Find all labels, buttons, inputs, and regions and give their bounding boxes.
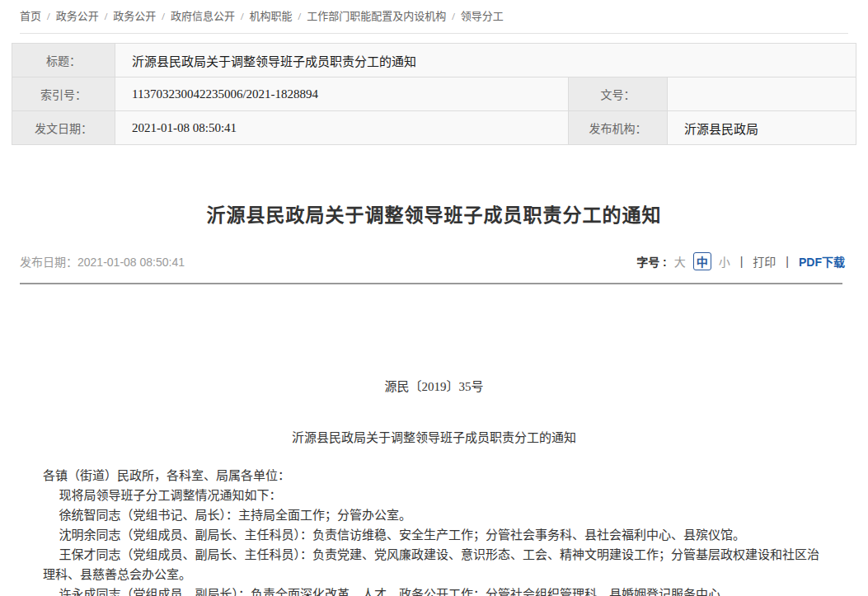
paragraph-xu-yongcheng: 许永成同志（党组成员、副局长）：负责全面深化改革、人才、政务公开工作；分管社会组… (43, 584, 825, 596)
breadcrumb-item-dept-config[interactable]: 工作部门职能配置及内设机构 (307, 10, 446, 22)
page-title: 沂源县民政局关于调整领导班子成员职责分工的通知 (20, 199, 848, 228)
table-row-date: 发文日期： 2021-01-08 08:50:41 发布机构： 沂源县民政局 (12, 111, 856, 145)
breadcrumb-item-org-functions[interactable]: 机构职能 (250, 10, 293, 22)
breadcrumb-separator: / (162, 10, 165, 22)
breadcrumb-item-home[interactable]: 首页 (20, 10, 41, 22)
title-label: 标题： (12, 44, 115, 77)
issue-date-label: 发文日期： (12, 111, 115, 145)
publish-date: 发布日期：2021-01-08 08:50:41 (20, 253, 185, 270)
paragraph-salutation: 各镇（街道）民政所，各科室、局属各单位： (43, 466, 825, 486)
breadcrumb-divider (20, 33, 848, 34)
title-value: 沂源县民政局关于调整领导班子成员职责分工的通知 (115, 44, 856, 77)
index-number-label: 索引号： (12, 77, 115, 111)
toolbar-divider: | (786, 255, 789, 268)
index-number-value: 113703230042235006/2021-1828894 (115, 77, 569, 111)
font-size-large-button[interactable]: 大 (674, 253, 686, 270)
breadcrumb-separator: / (241, 10, 244, 22)
article-paragraphs: 各镇（街道）民政所，各科室、局属各单位： 现将局领导班子分工调整情况通知如下： … (43, 466, 825, 596)
breadcrumb-separator: / (105, 10, 108, 22)
paragraph-xu-tongzhi: 徐统智同志（党组书记、局长）：主持局全面工作；分管办公室。 (43, 505, 825, 525)
publisher-value: 沂源县民政局 (668, 111, 856, 145)
table-row-index: 索引号： 113703230042235006/2021-1828894 文号： (12, 77, 856, 111)
meta-row: 发布日期：2021-01-08 08:50:41 字号 : 大 中 小 | 打印… (20, 252, 845, 270)
print-button[interactable]: 打印 (753, 253, 776, 270)
doc-number-label: 文号： (569, 77, 668, 111)
font-size-label: 字号 : (636, 253, 667, 270)
toolbar: 字号 : 大 中 小 | 打印 | PDF下载 (636, 252, 845, 270)
content-divider (20, 283, 842, 284)
doc-number-value (668, 77, 856, 111)
pdf-download-button[interactable]: PDF下载 (799, 253, 845, 270)
article-body: 源民〔2019〕35号 沂源县民政局关于调整领导班子成员职责分工的通知 各镇（街… (0, 377, 868, 596)
breadcrumb-separator: / (452, 10, 455, 22)
publish-date-label: 发布日期： (20, 256, 77, 269)
paragraph-wang-baocai: 王保才同志（党组成员、副局长、主任科员）：负责党建、党风廉政建设、意识形态、工会… (43, 545, 825, 584)
toolbar-divider: | (740, 255, 744, 268)
breadcrumb-separator: / (47, 10, 50, 22)
breadcrumb-item-leadership[interactable]: 领导分工 (461, 10, 504, 22)
article-title: 沂源县民政局关于调整领导班子成员职责分工的通知 (0, 428, 868, 445)
font-size-small-button[interactable]: 小 (719, 253, 730, 270)
paragraph-intro: 现将局领导班子分工调整情况通知如下： (43, 486, 825, 505)
issue-date-value: 2021-01-08 08:50:41 (115, 111, 569, 145)
breadcrumb-item-zwgk-2[interactable]: 政务公开 (113, 10, 156, 22)
paragraph-shen-mingyu: 沈明余同志（党组成员、副局长、主任科员）：负责信访维稳、安全生产工作；分管社会事… (43, 525, 825, 545)
table-row-title: 标题： 沂源县民政局关于调整领导班子成员职责分工的通知 (12, 44, 856, 77)
breadcrumb-separator: / (298, 10, 302, 22)
font-size-medium-button[interactable]: 中 (693, 252, 711, 270)
document-info-table: 标题： 沂源县民政局关于调整领导班子成员职责分工的通知 索引号： 1137032… (12, 43, 856, 145)
breadcrumb-item-info-disclosure[interactable]: 政府信息公开 (171, 10, 235, 22)
breadcrumb-item-zwgk-1[interactable]: 政务公开 (56, 10, 99, 22)
publisher-label: 发布机构： (569, 111, 668, 145)
publish-date-value: 2021-01-08 08:50:41 (77, 256, 185, 269)
breadcrumb: 首页/政务公开/政务公开/政府信息公开/机构职能/工作部门职能配置及内设机构/领… (0, 0, 868, 33)
document-reference-number: 源民〔2019〕35号 (0, 377, 868, 394)
